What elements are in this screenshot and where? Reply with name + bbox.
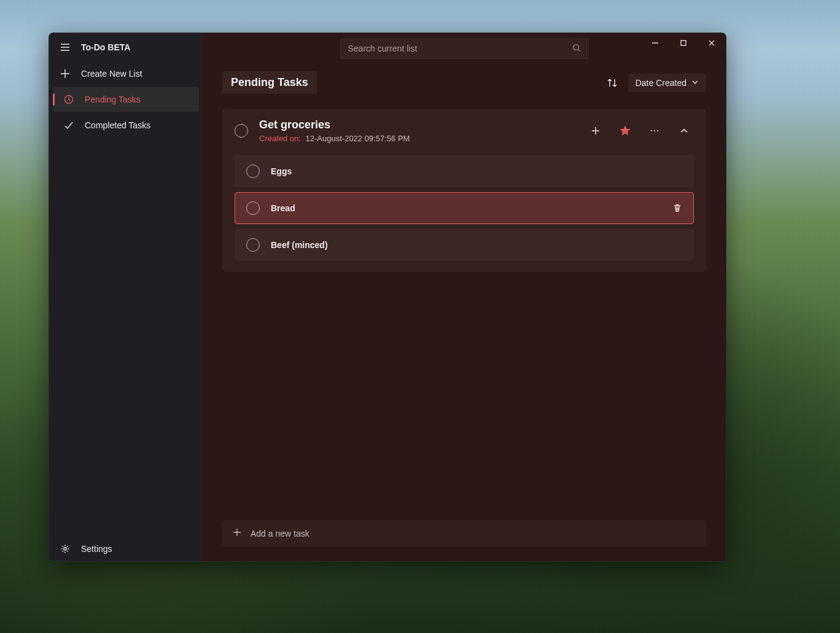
subtask-label: Beef (minced): [271, 240, 682, 250]
app-title: To-Do BETA: [81, 42, 130, 52]
search-placeholder: Search current list: [348, 44, 572, 53]
subtask-complete-toggle[interactable]: [246, 238, 260, 252]
clock-icon: [64, 95, 74, 104]
sidebar-item-label: Pending Tasks: [85, 95, 141, 104]
check-icon: [64, 120, 74, 130]
subtask-complete-toggle[interactable]: [246, 201, 260, 215]
task-meta: Created on: 12-August-2022 09:57:56 PM: [259, 134, 575, 143]
sidebar-item-pending-tasks[interactable]: Pending Tasks: [53, 87, 199, 112]
collapse-button[interactable]: [674, 121, 694, 141]
sort-dropdown[interactable]: Date Created: [628, 74, 706, 92]
svg-point-4: [651, 130, 652, 131]
svg-point-5: [654, 130, 655, 131]
subtask-list: Eggs Bread Beef (minced): [222, 153, 706, 272]
create-list-label: Create New List: [81, 69, 142, 79]
settings-button[interactable]: Settings: [49, 537, 203, 561]
sidebar: To-Do BETA Create New List Pending Tasks: [49, 33, 203, 561]
task-header[interactable]: Get groceries Created on: 12-August-2022…: [222, 109, 706, 153]
create-new-list-button[interactable]: Create New List: [49, 61, 203, 86]
svg-point-1: [64, 548, 66, 550]
svg-rect-2: [681, 41, 686, 45]
subtask-item[interactable]: Bread: [235, 192, 694, 224]
add-subtask-button[interactable]: [586, 121, 605, 141]
gear-icon: [60, 544, 70, 554]
subtask-label: Eggs: [271, 166, 682, 176]
search-input[interactable]: Search current list: [340, 38, 589, 59]
subtask-item[interactable]: Beef (minced): [235, 229, 694, 261]
task-title: Get groceries: [259, 118, 575, 131]
add-task-input[interactable]: Add a new task: [222, 520, 706, 546]
task-created-value: 12-August-2022 09:57:56 PM: [306, 134, 410, 143]
star-button[interactable]: [615, 121, 635, 141]
menu-icon[interactable]: [60, 42, 70, 52]
more-options-button[interactable]: [645, 121, 664, 141]
search-icon: [572, 44, 581, 54]
window-controls: [641, 33, 726, 53]
task-actions: [586, 121, 694, 141]
page-title: Pending Tasks: [222, 71, 317, 94]
add-task-label: Add a new task: [251, 529, 309, 538]
maximize-button[interactable]: [669, 33, 698, 53]
settings-label: Settings: [81, 544, 112, 554]
page-header: Pending Tasks Date Created: [203, 60, 726, 100]
task-header-main: Get groceries Created on: 12-August-2022…: [259, 118, 575, 143]
sidebar-item-completed-tasks[interactable]: Completed Tasks: [53, 113, 199, 138]
plus-icon: [60, 69, 70, 79]
app-window: To-Do BETA Create New List Pending Tasks: [49, 33, 726, 562]
plus-icon: [232, 527, 242, 539]
sidebar-item-label: Completed Tasks: [85, 120, 150, 130]
subtask-item[interactable]: Eggs: [235, 155, 694, 187]
subtask-complete-toggle[interactable]: [246, 165, 260, 178]
task-created-label: Created on:: [259, 134, 301, 143]
main-panel: Search current list Pending Tasks Date C…: [203, 33, 726, 561]
sort-direction-button[interactable]: [602, 73, 622, 93]
close-button[interactable]: [698, 33, 726, 53]
minimize-button[interactable]: [641, 33, 669, 53]
subtask-label: Bread: [271, 203, 661, 213]
task-list: Get groceries Created on: 12-August-2022…: [203, 100, 726, 520]
svg-point-3: [573, 44, 578, 50]
sort-label: Date Created: [636, 78, 686, 88]
delete-subtask-button[interactable]: [672, 203, 682, 213]
desktop-wallpaper: To-Do BETA Create New List Pending Tasks: [0, 0, 840, 633]
sidebar-header: To-Do BETA: [49, 33, 203, 61]
chevron-down-icon: [691, 78, 699, 88]
svg-point-6: [657, 130, 658, 131]
sort-controls: Date Created: [602, 73, 706, 93]
task-card: Get groceries Created on: 12-August-2022…: [222, 109, 706, 272]
task-complete-toggle[interactable]: [235, 124, 248, 138]
